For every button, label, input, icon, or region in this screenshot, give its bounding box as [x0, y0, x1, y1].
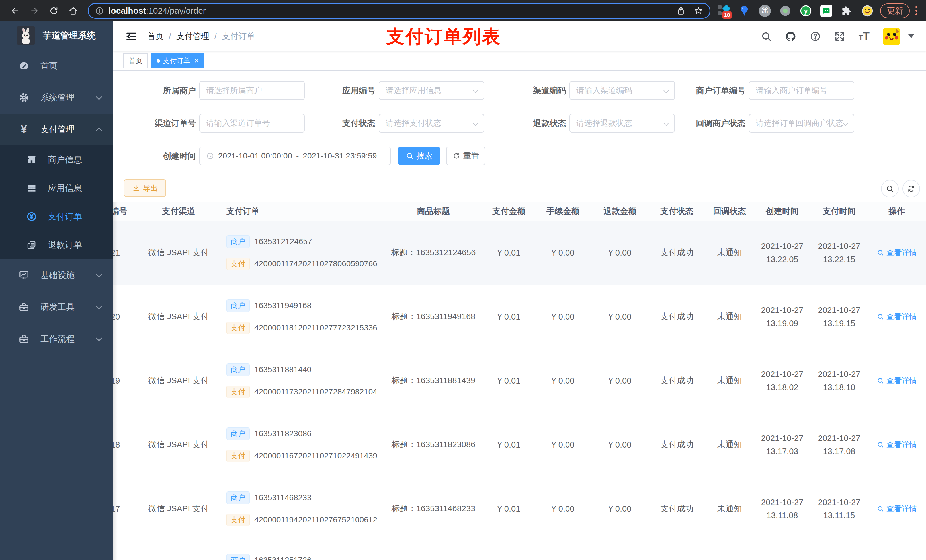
url-text[interactable]: localhost:1024/pay/order — [109, 6, 668, 16]
app-filter-select[interactable]: 请选择应用信息 — [379, 81, 484, 100]
help-icon[interactable] — [809, 31, 821, 42]
orders-table: 编号 支付渠道 支付订单 商品标题 支付金额 手续金额 退款金额 支付状态 回调… — [113, 202, 926, 560]
logo-rabbit-image — [17, 26, 35, 45]
tab-pay-order[interactable]: 支付订单 — [151, 53, 204, 68]
sidebar-item-infra[interactable]: 基础设施 — [0, 259, 113, 291]
font-size-icon[interactable]: TT — [858, 30, 870, 42]
search-button[interactable]: 搜索 — [398, 146, 440, 165]
refund-status-filter-select[interactable]: 请选择退款状态 — [569, 114, 675, 133]
sidebar-item-merchant-info[interactable]: 商户信息 — [0, 145, 113, 174]
page-title-annotation: 支付订单列表 — [386, 24, 501, 49]
sidebar-item-payment[interactable]: ¥ 支付管理 — [0, 113, 113, 145]
sidebar-item-pay-order[interactable]: 支付订单 — [0, 202, 113, 231]
toolbox-icon — [18, 301, 30, 313]
merchant-filter-label: 所属商户 — [116, 81, 196, 100]
view-detail-link[interactable]: 查看详情 — [868, 440, 926, 450]
view-detail-link[interactable]: 查看详情 — [868, 248, 926, 258]
avatar-caret-icon[interactable] — [908, 35, 914, 38]
extension-square-icon — [718, 11, 722, 15]
sidebar-item-home[interactable]: 首页 — [0, 50, 113, 82]
merchant-tag: 商户 — [226, 427, 250, 440]
cell-paid-time: 2021-10-2713:18:10 — [811, 368, 868, 394]
refresh-table-button[interactable] — [902, 180, 920, 198]
table-row: 19 微信 JSAPI 支付 商户1635311881440 支付4200001… — [113, 349, 926, 413]
cell-amount: ¥ 0.01 — [483, 248, 534, 258]
merchant-order-no: 1635311468233 — [254, 493, 311, 502]
extension-command-icon[interactable]: ⌘ — [758, 3, 772, 18]
pay-tag: 支付 — [226, 386, 250, 398]
sidebar-item-dev-tools[interactable]: 研发工具 — [0, 291, 113, 323]
tab-close-icon[interactable] — [194, 57, 199, 65]
extension-record-icon[interactable] — [779, 3, 792, 18]
col-header-pay-order: 支付订单 — [218, 206, 384, 217]
cell-pay-order: 商户1635311823086 支付4200001167202110271022… — [218, 427, 384, 462]
sidebar-item-label: 工作流程 — [41, 333, 75, 345]
update-label: 更新 — [887, 5, 903, 16]
share-icon[interactable] — [676, 6, 686, 16]
breadcrumb-home[interactable]: 首页 — [147, 31, 164, 42]
pay-tag: 支付 — [226, 514, 250, 526]
browser-reload-icon[interactable] — [46, 3, 62, 18]
col-header-paid: 支付时间 — [811, 206, 868, 217]
reset-button[interactable]: 重置 — [446, 146, 485, 165]
breadcrumb-payment[interactable]: 支付管理 — [176, 31, 209, 42]
sidebar-item-refund-order[interactable]: 退款订单 — [0, 231, 113, 259]
extension-y-icon[interactable]: y — [799, 3, 813, 18]
bookmark-star-icon[interactable] — [694, 6, 703, 16]
github-icon[interactable] — [785, 31, 796, 42]
view-detail-link[interactable]: 查看详情 — [868, 504, 926, 514]
merchant-tag: 商户 — [226, 235, 250, 248]
view-detail-link[interactable]: 查看详情 — [868, 376, 926, 386]
cell-amount: ¥ 0.01 — [483, 504, 534, 514]
navbar-actions: TT — [761, 27, 914, 45]
search-icon[interactable] — [761, 31, 772, 42]
cell-channel: 微信 JSAPI 支付 — [139, 503, 218, 515]
cell-fee: ¥ 0.00 — [534, 504, 592, 514]
tab-home[interactable]: 首页 — [123, 53, 148, 68]
select-placeholder: 请选择支付状态 — [386, 118, 474, 128]
magnifier-icon — [877, 441, 884, 448]
notify-status-filter-select[interactable]: 请选择订单回调商户状态 — [749, 114, 854, 133]
extension-balloon-icon[interactable] — [738, 3, 751, 18]
site-info-icon[interactable] — [95, 6, 104, 15]
cell-pay-status: 支付成功 — [648, 503, 705, 515]
browser-home-icon[interactable] — [65, 3, 81, 18]
breadcrumb: 首页 支付管理 支付订单 — [147, 31, 255, 42]
cell-pay-order: 商户1635311468233 支付4200001194202110276752… — [218, 491, 384, 526]
toggle-search-button[interactable] — [881, 180, 899, 198]
app-filter-label: 应用编号 — [295, 81, 375, 100]
extension-emoji-icon[interactable] — [861, 3, 874, 18]
sidebar-collapse-icon[interactable] — [125, 30, 138, 43]
col-header-created: 创建时间 — [754, 206, 811, 217]
chevron-down-icon — [96, 94, 102, 100]
shop-icon — [26, 154, 38, 166]
view-detail-link[interactable]: 查看详情 — [868, 312, 926, 322]
merchant-filter-input[interactable] — [199, 81, 305, 100]
cell-pay-order: 商户1635311881440 支付4200001173202110272847… — [218, 363, 384, 398]
channel-code-filter-select[interactable]: 请输入渠道编码 — [569, 81, 675, 100]
user-avatar[interactable] — [883, 27, 900, 45]
sidebar-item-app-info[interactable]: 应用信息 — [0, 174, 113, 202]
merchant-order-filter-input[interactable] — [749, 81, 854, 100]
sidebar-item-workflow[interactable]: 工作流程 — [0, 323, 113, 355]
browser-forward-icon[interactable] — [27, 3, 42, 18]
extensions-puzzle-icon[interactable] — [840, 3, 853, 18]
address-bar[interactable]: localhost:1024/pay/order — [88, 3, 710, 19]
browser-menu-icon[interactable] — [915, 6, 917, 15]
pay-status-filter-select[interactable]: 请选择支付状态 — [379, 114, 484, 133]
channel-pay-no: 4200001181202110277723215336 — [254, 323, 377, 332]
cell-fee: ¥ 0.00 — [534, 440, 592, 450]
export-button[interactable]: 导出 — [124, 179, 166, 197]
browser-update-button[interactable]: 更新 — [880, 3, 910, 18]
pay-tag: 支付 — [226, 322, 250, 334]
fullscreen-icon[interactable] — [834, 31, 846, 42]
channel-order-filter-input[interactable] — [199, 114, 305, 133]
extension-diamond-icon[interactable]: 10 — [717, 3, 730, 18]
merchant-order-no: 1635311251726 — [254, 556, 311, 560]
cell-created-time: 2021-10-2713:22:05 — [754, 240, 811, 266]
app-logo[interactable]: 芋道管理系统 — [0, 21, 113, 50]
sidebar-item-system[interactable]: 系统管理 — [0, 82, 113, 113]
extension-chat-icon[interactable] — [820, 3, 833, 18]
date-range-input[interactable]: 2021-10-01 00:00:00 - 2021-10-31 23:59:5… — [199, 146, 391, 165]
browser-back-icon[interactable] — [8, 3, 23, 18]
